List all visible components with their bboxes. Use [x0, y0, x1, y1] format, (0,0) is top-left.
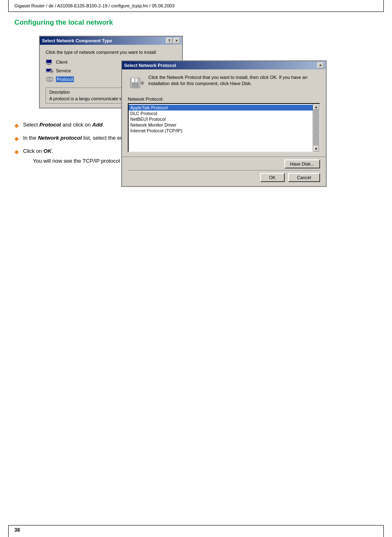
bullet-diamond-1: ◆ [14, 121, 19, 130]
protocol-tcpip[interactable]: Internet Protocol (TCP/IP) [129, 128, 319, 134]
dialog-snp-title: Select Network Protocol [124, 63, 176, 68]
svg-marker-17 [141, 81, 144, 85]
svg-rect-16 [132, 83, 138, 87]
snp-instruction-area: Click the Network Protocol that you want… [128, 74, 320, 91]
page-border-left-bottom [8, 525, 9, 537]
dialog-select-network-protocol: Select Network Protocol × [121, 60, 327, 187]
protocol-dlc[interactable]: DLC Protocol [129, 111, 319, 116]
svg-rect-15 [134, 78, 136, 82]
protocol-listbox[interactable]: AppleTalk Protocol DLC Protocol NetBEUI … [128, 103, 320, 152]
protocol-netbeui[interactable]: NetBEUI Protocol [129, 116, 319, 122]
titlebar-buttons: ? × [166, 38, 180, 44]
dialog-snct-title: Select Network Component Type [42, 38, 112, 43]
service-label: Service [56, 68, 71, 73]
snp-titlebar-buttons: × [317, 62, 324, 68]
bullet-text-1: Select Protocol and click on Add. [23, 121, 104, 129]
scroll-up-btn[interactable]: ▲ [314, 104, 319, 110]
page-header: Gigaset Router / de / A31008-E105-B100-2… [14, 3, 175, 8]
client-icon [46, 59, 54, 65]
page-border-right-bottom [383, 525, 384, 537]
dialog-snp-body: Click the Network Protocol that you want… [122, 69, 326, 157]
page-border-right [383, 0, 384, 12]
page-border-bottom [8, 525, 384, 525]
client-label: Client [56, 60, 67, 65]
service-icon [46, 67, 54, 74]
protocol-scrollbar[interactable]: ▲ ▼ [313, 104, 319, 152]
ok-cancel-area: OK Cancel [122, 171, 326, 186]
ok-button[interactable]: OK [260, 173, 285, 182]
svg-rect-2 [47, 64, 51, 65]
protocol-appletalk[interactable]: AppleTalk Protocol [129, 105, 319, 111]
dialog-snp-footer: Have Disk... [122, 157, 326, 170]
protocol-netmon[interactable]: Network Monitor Driver [129, 122, 319, 128]
svg-rect-1 [46, 60, 51, 63]
scroll-track[interactable] [314, 110, 319, 146]
dialog-snct-titlebar: Select Network Component Type ? × [40, 37, 182, 45]
close-button[interactable]: × [173, 38, 180, 44]
section-title: Configuring the local network [14, 18, 378, 27]
bullet-text-3: Click on OK. [23, 148, 53, 154]
snp-instruction-text: Click the Network Protocol that you want… [148, 74, 320, 87]
page-border-left [8, 0, 9, 12]
help-button[interactable]: ? [166, 38, 173, 44]
snct-instruction: Click the type of network component you … [46, 50, 176, 55]
page-border-top [8, 12, 384, 12]
protocol-icon [46, 76, 54, 83]
dialog-container: Select Network Component Type ? × Click … [39, 36, 378, 108]
bullet-diamond-3: ◆ [14, 148, 19, 156]
protocol-list: AppleTalk Protocol DLC Protocol NetBEUI … [129, 104, 319, 134]
have-disk-button[interactable]: Have Disk... [284, 159, 320, 168]
svg-rect-3 [46, 64, 51, 64]
cancel-button[interactable]: Cancel [288, 173, 320, 182]
scroll-down-btn[interactable]: ▼ [314, 146, 319, 152]
disk-icon [128, 74, 144, 91]
snp-close-button[interactable]: × [317, 62, 324, 68]
bullet-diamond-2: ◆ [14, 134, 19, 143]
dialog-snp-titlebar: Select Network Protocol × [122, 61, 326, 69]
protocol-label: Protocol [56, 76, 74, 82]
page-number: 38 [14, 527, 20, 533]
network-protocol-label: Network Protocol: [128, 97, 320, 101]
